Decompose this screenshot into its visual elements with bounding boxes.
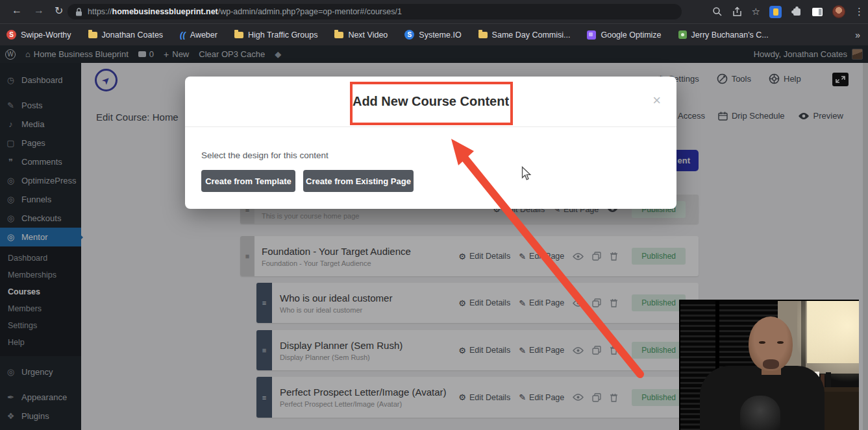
close-icon[interactable]: × bbox=[652, 93, 661, 108]
browser-actions: ☆ ⋮ bbox=[712, 0, 864, 23]
browser-menu-icon[interactable]: ⋮ bbox=[854, 6, 864, 18]
red-s-favicon: S bbox=[6, 30, 16, 40]
person-eye bbox=[759, 341, 765, 344]
bookmark-systeme-io[interactable]: SSysteme.IO bbox=[404, 30, 461, 40]
bookmark-jonathan-coates[interactable]: Jonathan Coates bbox=[88, 30, 164, 40]
webcam-overlay bbox=[679, 300, 859, 430]
reload-icon[interactable]: ↻ bbox=[55, 5, 63, 17]
bookmark-label: Google Optimize bbox=[601, 30, 661, 40]
modal-prompt: Select the design for this content bbox=[201, 150, 329, 160]
side-panel-icon[interactable] bbox=[812, 7, 823, 17]
bookmark-high-traffic-groups[interactable]: High Traffic Groups bbox=[234, 30, 317, 40]
bookmark-next-video[interactable]: Next Video bbox=[334, 30, 388, 40]
person-eye bbox=[777, 341, 784, 344]
bookmark-label: High Traffic Groups bbox=[248, 30, 317, 40]
back-icon[interactable]: ← bbox=[12, 5, 22, 16]
bookmark-label: Same Day Commisi... bbox=[492, 30, 571, 40]
google-optimize-favicon bbox=[587, 30, 596, 40]
bookmark-aweber[interactable]: ((Aweber bbox=[180, 30, 217, 40]
create-from-existing-page-button[interactable]: Create from Existing Page bbox=[303, 170, 414, 192]
bookmark-label: Jerry Buchanan's C... bbox=[691, 30, 769, 40]
mouse-cursor bbox=[521, 166, 532, 181]
blue-s-favicon: S bbox=[404, 30, 414, 40]
url-text: https://homebusinessblueprint.net/wp-adm… bbox=[88, 7, 402, 16]
create-from-template-button[interactable]: Create from Template bbox=[201, 170, 295, 192]
bookmark-label: Systeme.IO bbox=[419, 30, 461, 40]
extensions-puzzle-icon[interactable] bbox=[791, 6, 802, 18]
browser-toolbar: ← → ↻ https://homebusinessblueprint.net/… bbox=[0, 0, 868, 23]
screen: ← → ↻ https://homebusinessblueprint.net/… bbox=[0, 0, 868, 430]
bookmarks-overflow-chevron[interactable]: » bbox=[855, 30, 860, 40]
bookmark-star-icon[interactable]: ☆ bbox=[752, 6, 760, 18]
bookmarks-bar: SSwipe-Worthy Jonathan Coates ((Aweber H… bbox=[0, 23, 868, 45]
bookmark-label: Swipe-Worthy bbox=[21, 30, 71, 40]
annotation-highlight-box bbox=[350, 82, 513, 125]
bookmark-label: Aweber bbox=[190, 30, 217, 40]
bookmark-google-optimize[interactable]: Google Optimize bbox=[587, 30, 661, 40]
lock-icon bbox=[75, 8, 82, 16]
zoom-icon[interactable] bbox=[712, 6, 723, 17]
url-bar[interactable]: https://homebusinessblueprint.net/wp-adm… bbox=[68, 4, 682, 19]
folder-icon bbox=[234, 32, 243, 38]
profile-avatar[interactable] bbox=[832, 5, 845, 18]
folder-icon bbox=[88, 32, 97, 38]
bookmark-label: Jonathan Coates bbox=[102, 30, 164, 40]
bookmark-same-day-commissions[interactable]: Same Day Commisi... bbox=[478, 30, 571, 40]
extension-keep-icon[interactable] bbox=[769, 6, 782, 18]
forward-icon[interactable]: → bbox=[34, 5, 44, 16]
bookmark-label: Next Video bbox=[348, 30, 388, 40]
green-favicon bbox=[678, 30, 687, 39]
bookmark-jerry-buchanans[interactable]: Jerry Buchanan's C... bbox=[678, 30, 769, 40]
aweber-favicon: (( bbox=[180, 30, 186, 40]
folder-icon bbox=[334, 32, 343, 38]
bookmark-swipe-worthy[interactable]: SSwipe-Worthy bbox=[6, 30, 71, 40]
folder-icon bbox=[478, 32, 488, 38]
person-goatee bbox=[763, 359, 779, 369]
microphone bbox=[740, 396, 780, 430]
share-icon[interactable] bbox=[732, 6, 743, 17]
